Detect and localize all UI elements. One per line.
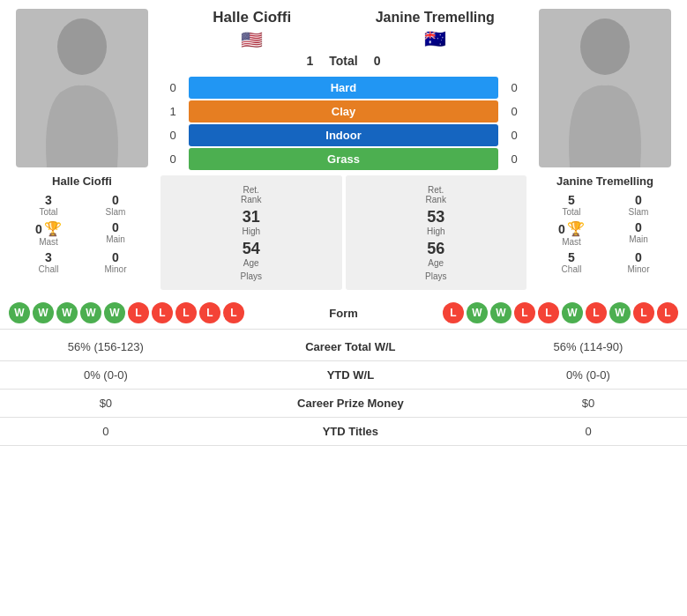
right-plays-item: Plays [425, 271, 446, 281]
left-player-stats: 3 Total 0 Slam 0 🏆 Mast 0 Main [16, 193, 148, 274]
left-ytd-wl: 0% (0-0) [0, 361, 212, 390]
right-career-wl: 56% (114-90) [489, 333, 687, 361]
indoor-row: 0 Indoor 0 [161, 124, 526, 146]
form-badge-w: W [609, 302, 631, 323]
grass-right-score: 0 [502, 152, 526, 166]
form-badge-w: W [80, 302, 101, 323]
right-trophy-icon: 🏆 [567, 220, 585, 237]
total-left-score: 1 [297, 54, 322, 68]
left-flag: 🇺🇸 [241, 29, 263, 50]
svg-point-1 [580, 19, 630, 75]
total-right-score: 0 [365, 54, 390, 68]
form-badge-w: W [33, 302, 54, 323]
clay-row: 1 Clay 0 [161, 100, 526, 122]
names-flags-row: Halle Cioffi 🇺🇸 Janine Tremelling 🇦🇺 [161, 9, 526, 50]
form-badge-w: W [104, 302, 125, 323]
form-badge-l: L [128, 302, 149, 323]
left-player-column: Halle Cioffi 3 Total 0 Slam 0 🏆 Mast [7, 9, 157, 274]
form-label: Form [309, 307, 379, 320]
left-main-wins: 0 Main [83, 220, 148, 247]
left-high-item: 31 High [242, 208, 260, 236]
right-player-column: Janine Tremelling 5 Total 0 Slam 0 🏆 Mas… [530, 9, 680, 274]
form-badge-l: L [443, 302, 464, 323]
left-name-header: Halle Cioffi [213, 9, 291, 26]
left-stat-panel: Ret. Rank 31 High 54 Age Plays [161, 175, 342, 290]
right-high-item: 53 High [427, 208, 445, 236]
hard-right-score: 0 [502, 81, 526, 94]
left-slam-wins: 0 Slam [83, 193, 148, 217]
left-age-item: 54 Age [243, 240, 260, 268]
grass-left-score: 0 [161, 152, 185, 166]
form-badge-l: L [223, 302, 244, 323]
form-badge-w: W [9, 302, 30, 323]
grass-badge: Grass [189, 148, 498, 170]
left-name-flag: Halle Cioffi 🇺🇸 [186, 9, 318, 50]
form-row: WWWWWLLLLL Form LWWLLWLWLL [0, 297, 687, 330]
form-badge-l: L [586, 302, 607, 323]
right-player-photo [539, 9, 671, 167]
left-rank-item: Ret. Rank [241, 185, 261, 204]
indoor-right-score: 0 [502, 129, 526, 142]
right-name-header: Janine Tremelling [376, 9, 495, 26]
right-silhouette [552, 13, 658, 167]
surface-rows: 0 Hard 0 1 Clay 0 0 Indoor 0 0 Grass [161, 77, 526, 170]
ytd-titles-label: YTD Titles [212, 418, 489, 446]
hard-row: 0 Hard 0 [161, 77, 526, 99]
form-badge-w: W [562, 302, 583, 323]
bottom-table: 56% (156-123) Career Total W/L 56% (114-… [0, 333, 687, 446]
career-prize-label: Career Prize Money [212, 390, 489, 418]
left-mast-cell: 0 🏆 Mast [16, 220, 81, 247]
clay-left-score: 1 [161, 105, 185, 118]
form-badge-l: L [175, 302, 197, 323]
left-career-prize: $0 [0, 390, 212, 418]
left-career-wl: 56% (156-123) [0, 333, 212, 361]
form-badge-l: L [633, 302, 654, 323]
right-ytd-wl: 0% (0-0) [489, 361, 687, 390]
right-chall-wins: 5 Chall [539, 250, 604, 274]
left-player-name: Halle Cioffi [52, 174, 112, 188]
right-total-wins: 5 Total [539, 193, 604, 217]
left-total-wins: 3 Total [16, 193, 81, 217]
career-wl-label: Career Total W/L [212, 333, 489, 361]
total-row: 1 Total 0 [297, 54, 389, 68]
form-badge-w: W [56, 302, 78, 323]
right-rank-item: Ret. Rank [426, 185, 446, 204]
form-badge-w: W [467, 302, 488, 323]
form-badge-l: L [199, 302, 220, 323]
left-minor-wins: 0 Minor [83, 250, 148, 274]
career-prize-row: $0 Career Prize Money $0 [0, 390, 687, 418]
clay-right-score: 0 [502, 105, 526, 118]
hard-badge: Hard [189, 77, 498, 99]
right-main-wins: 0 Main [606, 220, 671, 247]
right-minor-wins: 0 Minor [606, 250, 671, 274]
center-column: Halle Cioffi 🇺🇸 Janine Tremelling 🇦🇺 1 T… [157, 9, 530, 290]
stats-panels: Ret. Rank 31 High 54 Age Plays [161, 175, 526, 290]
total-label: Total [329, 54, 357, 68]
left-form-badges: WWWWWLLLLL [9, 302, 309, 323]
right-form-badges: LWWLLWLWLL [379, 302, 679, 323]
main-wrapper: Halle Cioffi 3 Total 0 Slam 0 🏆 Mast [0, 0, 687, 446]
right-mast-cell: 0 🏆 Mast [539, 220, 604, 247]
right-age-item: 56 Age [427, 240, 444, 268]
right-player-name: Janine Tremelling [556, 174, 653, 188]
top-section: Halle Cioffi 3 Total 0 Slam 0 🏆 Mast [0, 0, 687, 297]
career-wl-row: 56% (156-123) Career Total W/L 56% (114-… [0, 333, 687, 361]
left-chall-wins: 3 Chall [16, 250, 81, 274]
ytd-wl-label: YTD W/L [212, 361, 489, 390]
right-stat-panel: Ret. Rank 53 High 56 Age Plays [346, 175, 527, 290]
svg-point-0 [57, 19, 107, 75]
right-slam-wins: 0 Slam [606, 193, 671, 217]
hard-left-score: 0 [161, 81, 185, 94]
left-plays-item: Plays [241, 271, 262, 281]
form-badge-l: L [538, 302, 559, 323]
right-ytd-titles: 0 [489, 418, 687, 446]
right-player-stats: 5 Total 0 Slam 0 🏆 Mast 0 Main [539, 193, 671, 274]
right-name-flag: Janine Tremelling 🇦🇺 [369, 9, 501, 49]
form-badge-l: L [152, 302, 173, 323]
left-ytd-titles: 0 [0, 418, 212, 446]
indoor-left-score: 0 [161, 129, 185, 142]
left-trophy-icon: 🏆 [44, 220, 62, 237]
grass-row: 0 Grass 0 [161, 148, 526, 170]
ytd-titles-row: 0 YTD Titles 0 [0, 418, 687, 446]
indoor-badge: Indoor [189, 124, 498, 146]
